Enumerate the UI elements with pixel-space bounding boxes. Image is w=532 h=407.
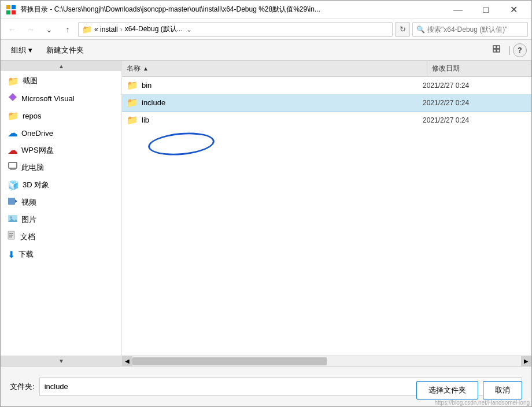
folder-icon: 📁 [8, 76, 19, 87]
file-name: lib [142, 116, 423, 124]
sort-indicator: ▲ [143, 65, 149, 72]
path-dropdown-icon[interactable]: ⌄ [186, 25, 192, 34]
path-part-install: « install [94, 25, 118, 34]
sidebar-item-onedrive[interactable]: ☁ OneDrive [1, 124, 121, 142]
toolbar: 组织 ▾ 新建文件夹 | ? [1, 40, 531, 61]
view-icon [493, 45, 503, 56]
pc-icon [8, 161, 18, 174]
sidebar-scroll-down[interactable]: ▼ [1, 356, 122, 366]
svg-rect-5 [497, 46, 500, 49]
sidebar-scroll-up[interactable]: ▲ [1, 61, 122, 71]
up-button[interactable]: ↑ [60, 21, 76, 38]
address-bar: ← → ⌄ ↑ 📁 « install › x64-Debug (默认... ⌄… [1, 19, 531, 40]
h-scrollbar-track [132, 356, 521, 367]
bottom-buttons: 选择文件夹 取消 [416, 381, 522, 399]
forward-button[interactable]: → [23, 21, 39, 38]
visual-icon [8, 92, 18, 105]
h-scroll-right-button[interactable]: ▶ [521, 356, 531, 367]
organize-button[interactable]: 组织 ▾ [5, 42, 38, 58]
svg-rect-19 [9, 236, 12, 238]
file-area: 名称 ▲ 修改日期 📁 bin 2021/2/27 0:24 📁 include… [122, 61, 531, 366]
dropdown-button[interactable]: ⌄ [41, 21, 57, 38]
title-bar: 替换目录 - C:\Users\hongjh\Downloads\jsoncpp… [1, 1, 531, 19]
sidebar-item-label: Microsoft Visual [21, 94, 75, 103]
sidebar-item-label: 文档 [20, 232, 35, 242]
svg-rect-0 [6, 5, 10, 9]
sidebar-item-ms-visual[interactable]: Microsoft Visual [1, 90, 121, 107]
table-row[interactable]: 📁 bin 2021/2/27 0:24 [122, 77, 531, 94]
file-list-header: 名称 ▲ 修改日期 [122, 61, 531, 77]
sidebar-item-label: repos [23, 112, 42, 120]
svg-rect-18 [9, 235, 13, 236]
sidebar-item-videos[interactable]: 视频 [1, 194, 121, 211]
document-icon [8, 231, 17, 243]
sidebar-item-this-pc[interactable]: 此电脑 [1, 159, 121, 176]
sidebar-item-screenshots[interactable]: 📁 截图 [1, 72, 121, 90]
col-header-date[interactable]: 修改日期 [427, 61, 531, 76]
sidebar-item-label: WPS网盘 [21, 145, 54, 156]
view-sep: | [508, 45, 511, 56]
sidebar-item-documents[interactable]: 文档 [1, 228, 121, 246]
svg-rect-4 [493, 46, 496, 49]
folder-label: 文件夹: [10, 382, 35, 392]
breadcrumb: « install › x64-Debug (默认... ⌄ [94, 24, 192, 34]
window-controls: — □ ✕ [445, 1, 527, 19]
svg-rect-3 [12, 10, 16, 14]
sidebar-item-pictures[interactable]: 图片 [1, 211, 121, 228]
svg-rect-6 [493, 49, 496, 52]
window-title: 替换目录 - C:\Users\hongjh\Downloads\jsoncpp… [20, 5, 445, 14]
organize-label: 组织 [11, 45, 26, 56]
sidebar-item-wps[interactable]: ☁ WPS网盘 [1, 142, 121, 159]
wps-icon: ☁ [8, 144, 18, 157]
search-icon: 🔍 [416, 25, 425, 34]
organize-arrow: ▾ [28, 46, 32, 54]
help-button[interactable]: ? [513, 43, 527, 57]
refresh-button[interactable]: ↻ [395, 22, 410, 37]
sidebar-item-3d-objects[interactable]: 🧊 3D 对象 [1, 176, 121, 194]
maximize-button[interactable]: □ [472, 1, 499, 19]
path-part-x64: x64-Debug (默认... [125, 24, 183, 34]
search-input[interactable] [427, 25, 524, 34]
sidebar-item-label: 图片 [21, 214, 36, 225]
file-date: 2021/2/27 0:24 [423, 99, 527, 107]
svg-rect-17 [9, 233, 13, 234]
svg-rect-11 [8, 198, 15, 205]
minimize-button[interactable]: — [445, 1, 471, 19]
svg-rect-1 [12, 5, 16, 9]
download-icon: ⬇ [8, 249, 15, 260]
cancel-button[interactable]: 取消 [483, 381, 522, 399]
svg-rect-8 [9, 162, 17, 168]
h-scroll-left-button[interactable]: ◀ [122, 356, 132, 367]
sidebar-item-label: OneDrive [21, 129, 53, 138]
new-folder-label: 新建文件夹 [46, 45, 84, 56]
table-row[interactable]: 📁 lib 2021/2/27 0:24 [122, 112, 531, 129]
col-header-name[interactable]: 名称 ▲ [122, 61, 427, 76]
file-name: include [142, 98, 423, 107]
content-area: ▲ 📁 截图 Microsoft Visual 📁 [1, 61, 531, 366]
sidebar-item-repos[interactable]: 📁 repos [1, 107, 121, 124]
folder-icon: 📁 [82, 25, 92, 34]
back-button[interactable]: ← [4, 21, 20, 38]
file-name: bin [142, 81, 423, 90]
close-button[interactable]: ✕ [500, 1, 527, 19]
video-icon [8, 196, 18, 209]
window: 替换目录 - C:\Users\hongjh\Downloads\jsoncpp… [0, 0, 532, 407]
bottom-bar: 文件夹: 选择文件夹 取消 [1, 366, 531, 406]
search-box: 🔍 [412, 22, 528, 37]
svg-rect-7 [497, 49, 500, 52]
toolbar-right: | ? [490, 42, 527, 58]
sidebar-item-downloads[interactable]: ⬇ 下载 [1, 246, 121, 263]
3d-icon: 🧊 [8, 180, 19, 191]
select-folder-button[interactable]: 选择文件夹 [416, 381, 478, 399]
folder-icon: 📁 [127, 80, 138, 91]
view-button[interactable] [490, 42, 506, 58]
sidebar-item-label: 此电脑 [21, 162, 44, 173]
folder-icon: 📁 [127, 97, 138, 108]
h-scrollbar-thumb[interactable] [132, 357, 327, 365]
address-path[interactable]: 📁 « install › x64-Debug (默认... ⌄ [78, 22, 393, 37]
sidebar-item-label: 3D 对象 [23, 180, 49, 190]
table-row[interactable]: 📁 include 2021/2/27 0:24 [122, 94, 531, 112]
sidebar: ▲ 📁 截图 Microsoft Visual 📁 [1, 61, 122, 366]
new-folder-button[interactable]: 新建文件夹 [40, 42, 90, 58]
file-list: 📁 bin 2021/2/27 0:24 📁 include 2021/2/27… [122, 77, 531, 356]
